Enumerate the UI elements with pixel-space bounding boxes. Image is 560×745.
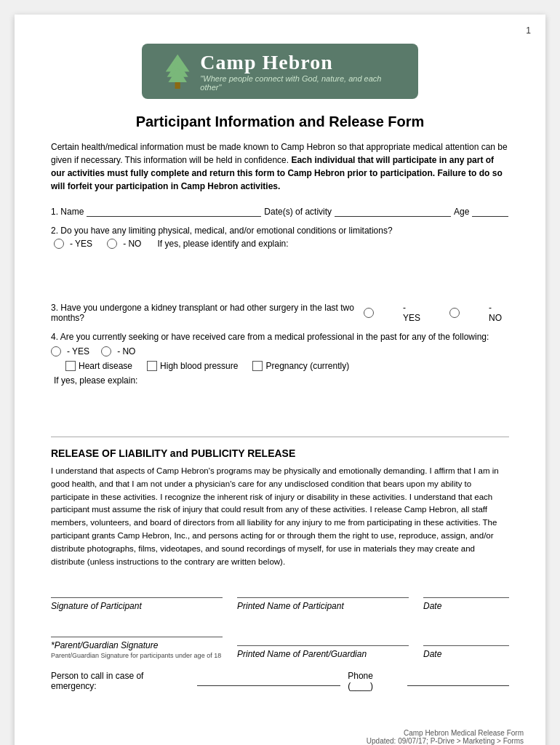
header: Camp Hebron "Where people connect with G… (51, 44, 509, 99)
participant-sig-line (51, 583, 223, 598)
release-title: RELEASE OF LIABILITY and PUBLICITY RELEA… (51, 447, 509, 459)
guardian-date-line (423, 632, 509, 646)
guardian-sig-field: *Parent/Guardian Signature Parent/Guardi… (51, 623, 223, 659)
form-title: Participant Information and Release Form (51, 113, 509, 130)
age-label: Age (454, 207, 469, 217)
q1-label: 1. Name (51, 207, 84, 217)
logo-text: Camp Hebron "Where people connect with G… (200, 51, 396, 92)
q4-label: 4. Are you currently seeking or have rec… (51, 332, 509, 342)
participant-sig-label: Signature of Participant (51, 601, 223, 611)
participant-name-label: Printed Name of Participant (237, 601, 409, 611)
guardian-date-label: Date (423, 649, 509, 659)
svg-rect-3 (175, 82, 180, 89)
q4-no-radio[interactable] (101, 346, 111, 356)
guardian-sig-line (51, 623, 223, 637)
q4-checkbox-0[interactable] (65, 361, 76, 371)
release-body: I understand that aspects of Camp Hebron… (51, 465, 509, 569)
q4-no-label: - NO (117, 346, 135, 356)
guardian-name-label: Printed Name of Parent/Guardian (237, 649, 409, 659)
form-page: 1 Camp Hebron "Where people connect with… (15, 15, 545, 745)
q4-check-item-0: Heart disease (65, 361, 132, 371)
org-name: Camp Hebron (200, 51, 396, 74)
q4-condition-2: Pregnancy (currently) (265, 361, 349, 371)
date-input[interactable] (335, 206, 451, 217)
logo-box: Camp Hebron "Where people connect with G… (142, 44, 418, 99)
q4-explain-area (51, 386, 509, 422)
q2-no-label: - NO (123, 239, 141, 249)
org-tagline: "Where people connect with God, nature, … (200, 74, 396, 92)
intro-paragraph: Certain health/medical information must … (51, 140, 509, 193)
q4-condition-1: High blood pressure (160, 361, 238, 371)
q2-yes-label: - YES (70, 239, 92, 249)
q3-yes-radio[interactable] (364, 308, 374, 318)
sig-row-2: *Parent/Guardian Signature Parent/Guardi… (51, 623, 509, 659)
participant-name-line (237, 583, 409, 598)
participant-date-line (423, 583, 509, 598)
q3-no-label: - NO (489, 303, 502, 323)
page-footer: Camp Hebron Medical Release Form Updated… (367, 729, 524, 745)
age-input[interactable] (472, 206, 508, 217)
q4-yes-label: - YES (67, 346, 89, 356)
phone-label: Phone (____) (348, 671, 400, 691)
q3-right: - YES - NO (364, 303, 502, 323)
participant-date-field: Date (423, 583, 509, 611)
q4-options: - YES - NO (51, 346, 509, 356)
q3-yes-label: - YES (403, 303, 420, 323)
release-section: RELEASE OF LIABILITY and PUBLICITY RELEA… (51, 437, 509, 691)
q4-check-item-1: High blood pressure (147, 361, 238, 371)
q4-checkbox-2[interactable] (252, 361, 263, 371)
q2-explain-area (51, 249, 509, 292)
q4-checks: Heart disease High blood pressure Pregna… (65, 361, 509, 371)
q2-no-radio[interactable] (107, 239, 117, 249)
q2-yes-radio[interactable] (54, 239, 64, 249)
q2-explain-text: If yes, please identify and explain: (157, 239, 288, 249)
participant-name-field: Printed Name of Participant (237, 583, 409, 611)
guardian-name-line (237, 632, 409, 646)
guardian-date-field: Date (423, 632, 509, 659)
q4-checkbox-1[interactable] (147, 361, 157, 371)
q1-row: 1. Name Date(s) of activity Age (51, 206, 509, 217)
emergency-label: Person to call in case of emergency: (51, 671, 190, 691)
q4-section: 4. Are you currently seeking or have rec… (51, 332, 509, 422)
q2-section: 2. Do you have any limiting physical, me… (51, 226, 509, 292)
participant-sig-field: Signature of Participant (51, 583, 223, 611)
phone-input[interactable] (407, 675, 509, 686)
emergency-row: Person to call in case of emergency: Pho… (51, 671, 509, 691)
page-number: 1 (526, 25, 531, 36)
guardian-name-field: Printed Name of Parent/Guardian (237, 632, 409, 659)
q3-no-radio[interactable] (449, 308, 460, 318)
footer-line2: Updated: 09/07/17; P-Drive > Marketing >… (367, 737, 524, 745)
q4-condition-0: Heart disease (79, 361, 132, 371)
q4-check-item-2: Pregnancy (currently) (252, 361, 349, 371)
q2-label: 2. Do you have any limiting physical, me… (51, 226, 509, 236)
q3-label: 3. Have you undergone a kidney transplan… (51, 303, 364, 323)
guardian-sig-label: *Parent/Guardian Signature (51, 640, 223, 650)
q4-yes-radio[interactable] (51, 346, 61, 356)
q2-options: - YES - NO If yes, please identify and e… (54, 239, 509, 249)
date-label: Date(s) of activity (264, 207, 332, 217)
participant-date-label: Date (423, 601, 509, 611)
name-input[interactable] (87, 206, 261, 217)
guardian-sig-sublabel: Parent/Guardian Signature for participan… (51, 652, 223, 659)
sig-row-1: Signature of Participant Printed Name of… (51, 583, 509, 611)
q3-section: 3. Have you undergone a kidney transplan… (51, 303, 509, 323)
emergency-name-input[interactable] (197, 675, 340, 686)
tree-icon (164, 53, 191, 89)
footer-line1: Camp Hebron Medical Release Form (367, 729, 524, 737)
q4-if-yes: If yes, please explain: (54, 375, 509, 386)
